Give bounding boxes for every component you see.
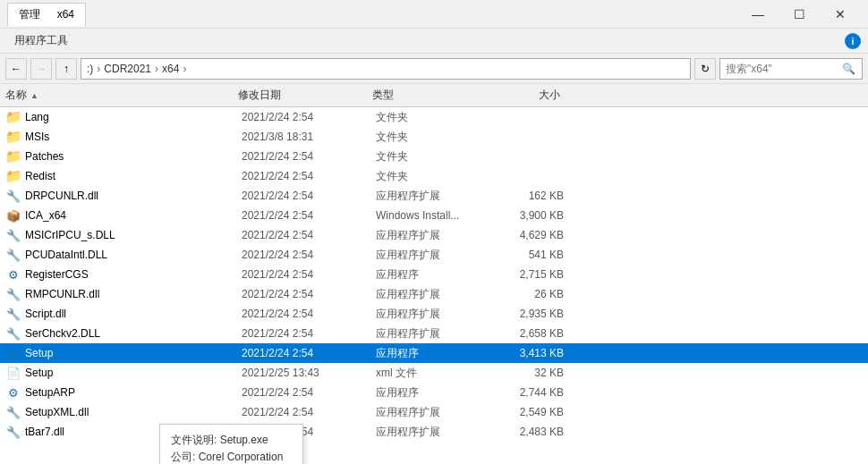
table-row[interactable]: ⚙ SetupARP 2021/2/24 2:54 应用程序 2,744 KB [0, 383, 868, 402]
file-name: SetupARP [25, 386, 242, 399]
file-type: 应用程序 [376, 267, 492, 283]
file-date: 2021/2/24 2:54 [242, 268, 376, 281]
file-type: 应用程序扩展 [376, 248, 492, 263]
tab-label: 管理 [19, 7, 40, 22]
path-part-x64[interactable]: x64 [162, 63, 179, 75]
file-list: 📁 Lang 2021/2/24 2:54 文件夹 📁 MSIs 2021/3/… [0, 107, 868, 464]
file-type: xml 文件 [376, 366, 492, 381]
up-button[interactable]: ↑ [55, 58, 77, 80]
file-size: 2,935 KB [492, 308, 564, 320]
path-part-cdr[interactable]: CDR2021 [104, 63, 151, 75]
minimize-button[interactable]: — [737, 0, 779, 29]
file-name: DRPCUNLR.dll [25, 190, 242, 202]
table-row[interactable]: 🔧 SetupXML.dll 2021/2/24 2:54 应用程序扩展 2,5… [0, 402, 868, 422]
maximize-button[interactable]: ☐ [779, 0, 820, 29]
table-row[interactable]: 📦 ICA_x64 2021/2/24 2:54 Windows Install… [0, 206, 868, 225]
table-row[interactable]: 🔧 DRPCUNLR.dll 2021/2/24 2:54 应用程序扩展 162… [0, 186, 868, 206]
file-icon: 📄 [5, 365, 21, 381]
search-box[interactable]: 🔍 [719, 58, 863, 80]
file-name: Lang [25, 111, 242, 123]
table-row[interactable]: 📁 Patches 2021/2/24 2:54 文件夹 [0, 147, 868, 166]
tab-label2: x64 [57, 8, 74, 21]
file-name: ICA_x64 [25, 209, 242, 222]
table-row[interactable]: 📁 MSIs 2021/3/8 18:31 文件夹 [0, 127, 868, 147]
table-row[interactable]: 🔧 MSICrIPCU_s.DLL 2021/2/24 2:54 应用程序扩展 … [0, 225, 868, 245]
file-name: MSICrIPCU_s.DLL [25, 229, 242, 241]
file-size: 162 KB [492, 190, 564, 202]
menu-item-tools[interactable]: 用程序工具 [7, 30, 75, 52]
address-bar: ← → ↑ :) › CDR2021 › x64 › ↻ 🔍 [0, 54, 868, 84]
file-icon: ⚙ [5, 345, 21, 361]
file-icon: 📁 [5, 109, 21, 125]
table-row[interactable]: 🔧 tBar7.dll 2021/2/24 2:54 应用程序扩展 2,483 … [0, 422, 868, 442]
file-icon: 🔧 [5, 188, 21, 204]
table-row[interactable]: 📄 Setup 2021/2/25 13:43 xml 文件 32 KB [0, 363, 868, 383]
file-date: 2021/2/25 13:43 [242, 367, 376, 379]
table-row[interactable]: 📁 Redist 2021/2/24 2:54 文件夹 [0, 166, 868, 186]
file-size: 2,744 KB [492, 386, 564, 399]
file-type: 应用程序扩展 [376, 228, 492, 243]
file-date: 2021/2/24 2:54 [242, 229, 376, 241]
file-date: 2021/2/24 2:54 [242, 347, 376, 359]
file-type: 应用程序扩展 [376, 287, 492, 302]
file-icon: 🔧 [5, 247, 21, 263]
file-date: 2021/2/24 2:54 [242, 111, 376, 123]
table-row[interactable]: ⚙ RegisterCGS 2021/2/24 2:54 应用程序 2,715 … [0, 265, 868, 284]
table-row[interactable]: 🔧 Script.dll 2021/2/24 2:54 应用程序扩展 2,935… [0, 304, 868, 324]
title-bar: 管理 x64 — ☐ ✕ [0, 0, 868, 29]
file-date: 2021/2/24 2:54 [242, 327, 376, 340]
column-headers: 名称 ▲ 修改日期 类型 大小 [0, 84, 868, 107]
file-icon: 📁 [5, 129, 21, 145]
file-name: MSIs [25, 131, 242, 143]
table-row[interactable]: 📁 Lang 2021/2/24 2:54 文件夹 [0, 107, 868, 127]
file-icon: ⚙ [5, 384, 21, 401]
address-path[interactable]: :) › CDR2021 › x64 › [81, 58, 691, 80]
path-part-root[interactable]: :) [87, 63, 93, 75]
main-area: 名称 ▲ 修改日期 类型 大小 📁 Lang 2021/2/24 2:54 文件… [0, 84, 868, 464]
col-header-type[interactable]: 类型 [372, 88, 489, 103]
file-icon: 🔧 [5, 325, 21, 342]
file-type: 文件夹 [376, 169, 492, 184]
file-name: Setup [25, 347, 242, 359]
file-tooltip: 文件说明: Setup.exe 公司: Corel Corporation 文件… [159, 424, 303, 464]
search-icon[interactable]: 🔍 [842, 63, 855, 75]
file-date: 2021/2/24 2:54 [242, 249, 376, 261]
file-icon: 📁 [5, 168, 21, 184]
file-name: Patches [25, 150, 242, 163]
info-icon[interactable]: i [845, 33, 861, 49]
file-size: 541 KB [492, 249, 564, 261]
refresh-button[interactable]: ↻ [694, 58, 716, 80]
file-name: Script.dll [25, 308, 242, 320]
file-size: 4,629 KB [492, 229, 564, 241]
file-size: 32 KB [492, 367, 564, 379]
col-header-size[interactable]: 大小 [489, 88, 560, 103]
file-icon: 🔧 [5, 306, 21, 322]
file-type: 应用程序扩展 [376, 425, 492, 440]
file-size: 3,413 KB [492, 347, 564, 359]
table-row[interactable]: 🔧 PCUDataIntl.DLL 2021/2/24 2:54 应用程序扩展 … [0, 245, 868, 265]
file-type: 文件夹 [376, 110, 492, 125]
table-row[interactable]: 🔧 RMPCUNLR.dll 2021/2/24 2:54 应用程序扩展 26 … [0, 284, 868, 304]
col-header-name[interactable]: 名称 ▲ [5, 88, 238, 103]
file-name: RMPCUNLR.dll [25, 288, 242, 300]
title-tab[interactable]: 管理 x64 [7, 3, 86, 26]
file-size: 26 KB [492, 288, 564, 300]
search-input[interactable] [726, 63, 842, 75]
file-size: 2,715 KB [492, 268, 564, 281]
file-name: SetupXML.dll [25, 406, 242, 418]
forward-button[interactable]: → [30, 58, 52, 80]
file-date: 2021/2/24 2:54 [242, 386, 376, 399]
close-button[interactable]: ✕ [820, 0, 861, 29]
table-row[interactable]: 🔧 SerChckv2.DLL 2021/2/24 2:54 应用程序扩展 2,… [0, 324, 868, 343]
file-date: 2021/2/24 2:54 [242, 288, 376, 300]
window-controls: — ☐ ✕ [737, 0, 861, 29]
col-header-date[interactable]: 修改日期 [238, 88, 372, 103]
file-name: Redist [25, 170, 242, 182]
file-name: SerChckv2.DLL [25, 327, 242, 340]
table-row[interactable]: ⚙ Setup 2021/2/24 2:54 应用程序 3,413 KB [0, 343, 868, 363]
back-button[interactable]: ← [5, 58, 27, 80]
file-icon: 📁 [5, 148, 21, 165]
file-date: 2021/2/24 2:54 [242, 406, 376, 418]
tooltip-line1: 文件说明: Setup.exe [171, 432, 292, 449]
menu-bar: 用程序工具 i [0, 29, 868, 54]
